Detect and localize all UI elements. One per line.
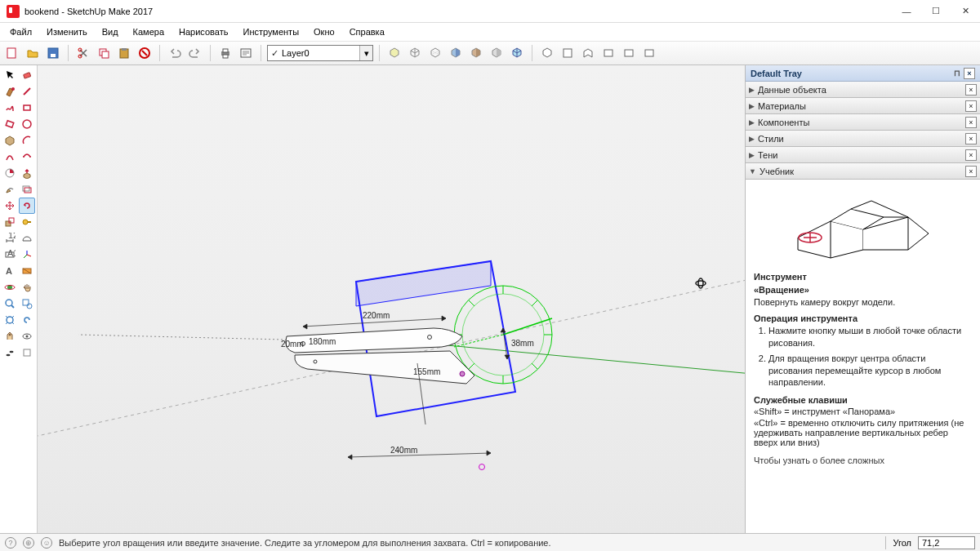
panel-styles[interactable]: ▶Стили×	[746, 131, 980, 147]
tape-tool[interactable]	[19, 214, 35, 230]
arc-tool[interactable]	[19, 132, 35, 149]
tray-close-button[interactable]: ×	[964, 68, 975, 79]
svg-point-41	[7, 317, 13, 323]
angle-input[interactable]: 71,2	[918, 536, 975, 549]
panel-materials[interactable]: ▶Материалы×	[746, 98, 980, 114]
undo-button[interactable]	[166, 44, 184, 62]
panel-components[interactable]: ▶Компоненты×	[746, 114, 980, 131]
select-tool[interactable]	[2, 67, 18, 83]
rotate-tool[interactable]	[19, 198, 35, 214]
model-info-button[interactable]	[237, 44, 255, 62]
panel-entity-info[interactable]: ▶Данные объекта×	[746, 82, 980, 98]
menu-help[interactable]: Справка	[343, 25, 391, 38]
panel-close-button[interactable]: ×	[965, 100, 977, 112]
line-tool[interactable]	[19, 83, 35, 100]
redo-button[interactable]	[186, 44, 204, 62]
style-xray-button[interactable]	[508, 44, 526, 62]
panel-instructor[interactable]: ▼Учебник×	[746, 163, 980, 180]
orbit-tool[interactable]	[2, 279, 18, 295]
dimension-tool[interactable]: 12	[2, 230, 18, 247]
panel-close-button[interactable]: ×	[965, 84, 977, 96]
new-button[interactable]	[3, 44, 21, 62]
geo-icon[interactable]: ⊕	[23, 537, 34, 549]
menu-draw[interactable]: Нарисовать	[172, 25, 234, 38]
delete-button[interactable]	[136, 44, 154, 62]
paste-button[interactable]	[115, 44, 133, 62]
rectangle-tool[interactable]	[19, 100, 35, 116]
close-button[interactable]: ✕	[951, 0, 980, 23]
pie-tool[interactable]	[2, 165, 18, 181]
pin-icon[interactable]: ⊓	[954, 69, 960, 78]
user-icon[interactable]: ☺	[41, 537, 52, 549]
style-mono-button[interactable]	[488, 44, 506, 62]
panel-shadows[interactable]: ▶Тени×	[746, 147, 980, 163]
angle-value: 71,2	[922, 538, 939, 548]
2pt-arc-tool[interactable]	[2, 149, 18, 165]
save-button[interactable]	[44, 44, 62, 62]
menu-camera[interactable]: Камера	[127, 25, 171, 38]
panel-close-button[interactable]: ×	[965, 166, 977, 177]
view-front-button[interactable]	[579, 44, 597, 62]
print-button[interactable]	[216, 44, 234, 62]
position-camera-tool[interactable]	[2, 328, 18, 344]
minimize-button[interactable]: —	[892, 0, 921, 23]
axes-tool[interactable]	[19, 247, 35, 263]
menu-file[interactable]: Файл	[3, 25, 38, 38]
style-iso-button[interactable]	[385, 44, 403, 62]
offset-tool[interactable]	[19, 181, 35, 198]
panel-close-button[interactable]: ×	[965, 133, 977, 144]
zoom-tool[interactable]	[2, 295, 18, 312]
3pt-arc-tool[interactable]	[19, 149, 35, 165]
dropdown-icon[interactable]: ▾	[359, 46, 372, 60]
maximize-button[interactable]: ☐	[921, 0, 951, 23]
zoom-window-tool[interactable]	[19, 295, 35, 312]
style-wireframe-button[interactable]	[406, 44, 424, 62]
help-icon[interactable]: ?	[5, 537, 16, 549]
style-shaded-tex-button[interactable]	[467, 44, 485, 62]
circle-tool[interactable]	[19, 116, 35, 132]
view-right-button[interactable]	[599, 44, 617, 62]
panel-label: Тени	[758, 150, 777, 160]
view-top-button[interactable]	[559, 44, 577, 62]
walk-tool[interactable]	[2, 344, 18, 361]
pushpull-tool[interactable]	[19, 165, 35, 181]
layer-combo[interactable]: ✓ Layer0 ▾	[267, 45, 373, 61]
paint-tool[interactable]	[2, 83, 18, 100]
section-tool[interactable]	[19, 263, 35, 279]
freehand-tool[interactable]	[2, 100, 18, 116]
section-plane-button[interactable]	[19, 344, 35, 361]
text-tool[interactable]: A1	[2, 247, 18, 263]
viewport[interactable]: 220mm 180mm 20mm 155mm 38mm 240mm	[38, 65, 745, 533]
polygon-tool[interactable]	[2, 132, 18, 149]
view-iso-button[interactable]	[538, 44, 556, 62]
copy-button[interactable]	[95, 44, 113, 62]
view-back-button[interactable]	[620, 44, 638, 62]
pan-tool[interactable]	[19, 279, 35, 295]
protractor-tool[interactable]	[19, 230, 35, 247]
previous-view-tool[interactable]	[19, 312, 35, 328]
cut-button[interactable]	[74, 44, 92, 62]
open-button[interactable]	[24, 44, 42, 62]
tray-header[interactable]: Default Tray ⊓ ×	[746, 65, 980, 82]
style-hidden-button[interactable]	[426, 44, 444, 62]
panel-close-button[interactable]: ×	[965, 117, 977, 128]
angle-label: Угол	[893, 538, 911, 548]
view-left-button[interactable]	[640, 44, 658, 62]
menu-tools[interactable]: Инструменты	[236, 25, 305, 38]
panel-label: Стили	[758, 134, 784, 144]
3dtext-tool[interactable]: A	[2, 263, 18, 279]
panel-close-button[interactable]: ×	[965, 149, 977, 161]
menu-edit[interactable]: Изменить	[40, 25, 94, 38]
rotated-rect-tool[interactable]	[2, 116, 18, 132]
eraser-tool[interactable]	[19, 67, 35, 83]
svg-point-44	[26, 335, 29, 338]
menu-view[interactable]: Вид	[96, 25, 125, 38]
scale-tool[interactable]	[2, 214, 18, 230]
followme-tool[interactable]	[2, 181, 18, 198]
look-around-tool[interactable]	[19, 328, 35, 344]
menu-window[interactable]: Окно	[307, 25, 341, 38]
zoom-extents-tool[interactable]	[2, 312, 18, 328]
style-shaded-button[interactable]	[447, 44, 465, 62]
move-tool[interactable]	[2, 198, 18, 214]
menu-bar: Файл Изменить Вид Камера Нарисовать Инст…	[0, 23, 980, 41]
